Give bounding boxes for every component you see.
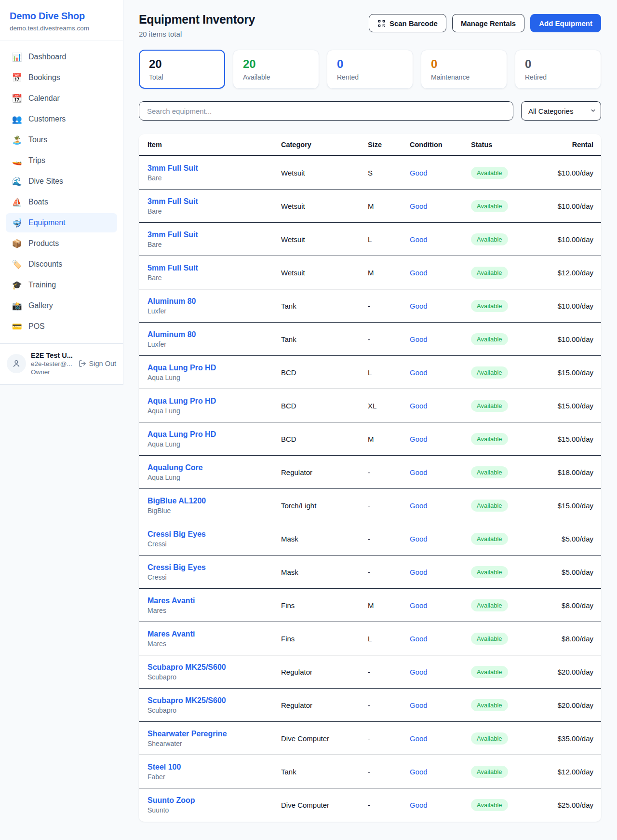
condition-link[interactable]: Good bbox=[410, 269, 471, 277]
item-name-link[interactable]: Aluminum 80 bbox=[148, 297, 281, 306]
item-name-link[interactable]: 3mm Full Suit bbox=[148, 197, 281, 206]
cell-rental: $15.00/day bbox=[543, 402, 593, 410]
status-cell: Available bbox=[471, 466, 543, 478]
condition-link[interactable]: Good bbox=[410, 701, 471, 709]
item-name-link[interactable]: 3mm Full Suit bbox=[148, 164, 281, 173]
sidebar-item-icon: 📆 bbox=[12, 94, 22, 104]
cell-size: - bbox=[368, 568, 410, 576]
condition-link[interactable]: Good bbox=[410, 734, 471, 743]
sidebar-item[interactable]: 📸 Gallery bbox=[6, 296, 117, 315]
item-name-link[interactable]: Aluminum 80 bbox=[148, 330, 281, 339]
condition-link[interactable]: Good bbox=[410, 568, 471, 576]
condition-link[interactable]: Good bbox=[410, 668, 471, 676]
condition-link[interactable]: Good bbox=[410, 468, 471, 476]
barcode-scan-icon bbox=[377, 19, 386, 27]
item-name-link[interactable]: 5mm Full Suit bbox=[148, 264, 281, 272]
item-brand: Aqua Lung bbox=[148, 440, 281, 448]
add-equipment-button[interactable]: Add Equipment bbox=[530, 14, 601, 32]
brand-title[interactable]: Demo Dive Shop bbox=[10, 11, 113, 22]
column-header-condition: Condition bbox=[410, 141, 471, 149]
condition-link[interactable]: Good bbox=[410, 202, 471, 210]
item-name-link[interactable]: Suunto Zoop bbox=[148, 796, 281, 805]
manage-rentals-button[interactable]: Manage Rentals bbox=[452, 14, 524, 32]
user-name: E2E Test U... bbox=[31, 352, 74, 359]
table-row: Cressi Big Eyes Cressi Mask - Good Avail… bbox=[139, 522, 601, 555]
stat-card[interactable]: 0 Rented bbox=[327, 50, 413, 89]
sidebar-item[interactable]: 📆 Calendar bbox=[6, 89, 117, 108]
item-name-link[interactable]: Aqualung Core bbox=[148, 463, 281, 472]
cell-size: - bbox=[368, 468, 410, 476]
cell-size: - bbox=[368, 801, 410, 809]
item-name-link[interactable]: Aqua Lung Pro HD bbox=[148, 397, 281, 406]
condition-link[interactable]: Good bbox=[410, 635, 471, 643]
sidebar-item[interactable]: ⛵ Boats bbox=[6, 192, 117, 212]
cell-rental: $10.00/day bbox=[543, 202, 593, 210]
item-name-link[interactable]: Mares Avanti bbox=[148, 596, 281, 605]
cell-category: Tank bbox=[281, 302, 368, 310]
status-cell: Available bbox=[471, 433, 543, 445]
item-name-link[interactable]: Cressi Big Eyes bbox=[148, 563, 281, 572]
sidebar-item[interactable]: 👥 Customers bbox=[6, 109, 117, 129]
item-name-link[interactable]: BigBlue AL1200 bbox=[148, 497, 281, 505]
cell-category: Regulator bbox=[281, 701, 368, 709]
sidebar-item[interactable]: 🚤 Trips bbox=[6, 151, 117, 170]
sidebar-item-label: Dashboard bbox=[28, 53, 66, 61]
item-name-link[interactable]: Cressi Big Eyes bbox=[148, 530, 281, 539]
stat-card[interactable]: 20 Available bbox=[233, 50, 319, 89]
user-role: Owner bbox=[31, 368, 74, 376]
page-title-block: Equipment Inventory 20 items total bbox=[139, 13, 255, 38]
item-name-link[interactable]: Scubapro MK25/S600 bbox=[148, 663, 281, 672]
cell-rental: $10.00/day bbox=[543, 335, 593, 343]
condition-link[interactable]: Good bbox=[410, 235, 471, 244]
condition-link[interactable]: Good bbox=[410, 368, 471, 377]
scan-barcode-button[interactable]: Scan Barcode bbox=[369, 14, 446, 32]
item-name-link[interactable]: Mares Avanti bbox=[148, 630, 281, 638]
item-name-link[interactable]: Scubapro MK25/S600 bbox=[148, 696, 281, 705]
sidebar-item[interactable]: 🏝️ Tours bbox=[6, 130, 117, 149]
sign-out-button[interactable]: Sign Out bbox=[79, 360, 116, 367]
condition-link[interactable]: Good bbox=[410, 768, 471, 776]
table-row: Mares Avanti Mares Fins L Good Available… bbox=[139, 622, 601, 655]
column-header-size: Size bbox=[368, 141, 410, 149]
condition-link[interactable]: Good bbox=[410, 435, 471, 443]
status-badge: Available bbox=[471, 333, 508, 345]
sidebar-nav: 📊 Dashboard 📅 Bookings 📆 Calendar 👥 Cust… bbox=[0, 41, 123, 343]
stat-card[interactable]: 0 Maintenance bbox=[421, 50, 507, 89]
item-name-link[interactable]: Shearwater Peregrine bbox=[148, 730, 281, 738]
sidebar-item[interactable]: 🎓 Training bbox=[6, 275, 117, 295]
sidebar-item[interactable]: 📦 Products bbox=[6, 234, 117, 253]
status-badge: Available bbox=[471, 400, 508, 412]
cell-category: Mask bbox=[281, 568, 368, 576]
condition-link[interactable]: Good bbox=[410, 335, 471, 343]
status-cell: Available bbox=[471, 366, 543, 379]
item-name-link[interactable]: Aqua Lung Pro HD bbox=[148, 430, 281, 439]
sidebar-item[interactable]: 🏷️ Discounts bbox=[6, 255, 117, 274]
condition-link[interactable]: Good bbox=[410, 302, 471, 310]
item-name-link[interactable]: Aqua Lung Pro HD bbox=[148, 364, 281, 372]
item-name-link[interactable]: Steel 100 bbox=[148, 763, 281, 772]
cell-category: Tank bbox=[281, 335, 368, 343]
category-select[interactable]: All Categories bbox=[521, 101, 601, 121]
condition-link[interactable]: Good bbox=[410, 535, 471, 543]
sidebar-item[interactable]: 📅 Bookings bbox=[6, 68, 117, 87]
sidebar-item[interactable]: 🤿 Equipment bbox=[6, 213, 117, 232]
sidebar-item[interactable]: 📊 Dashboard bbox=[6, 47, 117, 67]
stat-card[interactable]: 0 Retired bbox=[515, 50, 601, 89]
cell-size: - bbox=[368, 535, 410, 543]
condition-link[interactable]: Good bbox=[410, 501, 471, 510]
status-badge: Available bbox=[471, 699, 508, 711]
item-name-link[interactable]: 3mm Full Suit bbox=[148, 230, 281, 239]
sidebar-item[interactable]: 💳 POS bbox=[6, 317, 117, 336]
cell-category: Wetsuit bbox=[281, 269, 368, 277]
stat-card[interactable]: 20 Total bbox=[139, 50, 225, 89]
sidebar-item[interactable]: 🌊 Dive Sites bbox=[6, 172, 117, 191]
condition-link[interactable]: Good bbox=[410, 801, 471, 809]
condition-link[interactable]: Good bbox=[410, 601, 471, 610]
cell-size: M bbox=[368, 601, 410, 610]
cell-rental: $5.00/day bbox=[543, 535, 593, 543]
item-brand: Aqua Lung bbox=[148, 407, 281, 415]
item-cell: Cressi Big Eyes Cressi bbox=[148, 563, 281, 581]
condition-link[interactable]: Good bbox=[410, 402, 471, 410]
condition-link[interactable]: Good bbox=[410, 169, 471, 177]
search-input[interactable] bbox=[139, 101, 513, 121]
